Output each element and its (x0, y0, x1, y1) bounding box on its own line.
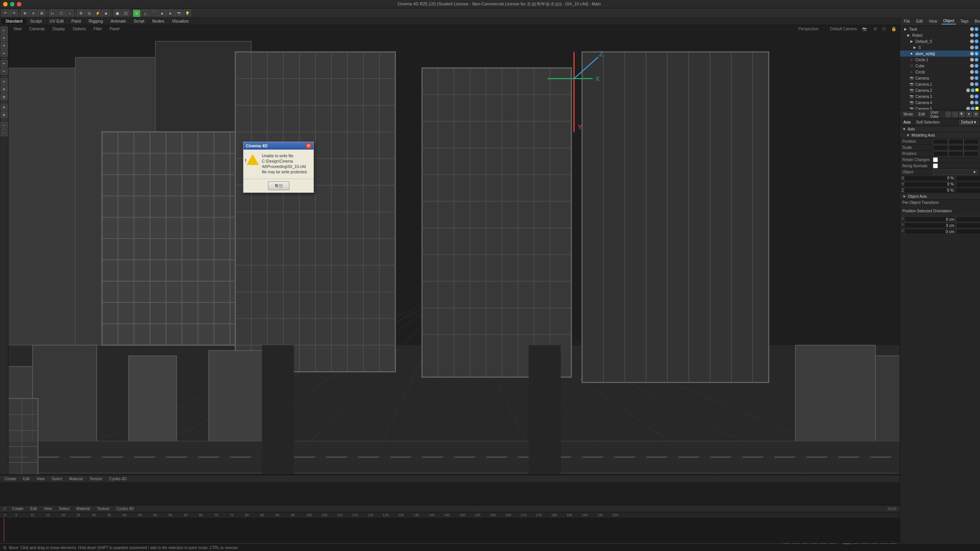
dialog-title: Cinema 4D (246, 143, 268, 148)
dialog-overlay: Cinema 4D ✕ ! Unable to write file C:\De… (0, 0, 980, 551)
dialog-footer: 확인 (243, 179, 314, 192)
dialog-text: Unable to write file C:\Design\Cinema 4d… (262, 153, 310, 175)
dialog-titlebar: Cinema 4D ✕ (243, 142, 314, 150)
warning-icon: ! (247, 153, 259, 166)
dialog-ok-btn[interactable]: 확인 (268, 181, 289, 190)
dialog-box: Cinema 4D ✕ ! Unable to write file C:\De… (243, 142, 314, 193)
dialog-msg3: file may be write protected. (262, 170, 310, 175)
dialog-body: ! Unable to write file C:\Design\Cinema … (243, 150, 314, 179)
dialog-msg1: Unable to write file (262, 153, 310, 159)
dialog-close-btn[interactable]: ✕ (306, 143, 311, 148)
dialog-msg2: C:\Design\Cinema 4d\Proceeding\S#_10.c4d (262, 159, 310, 170)
